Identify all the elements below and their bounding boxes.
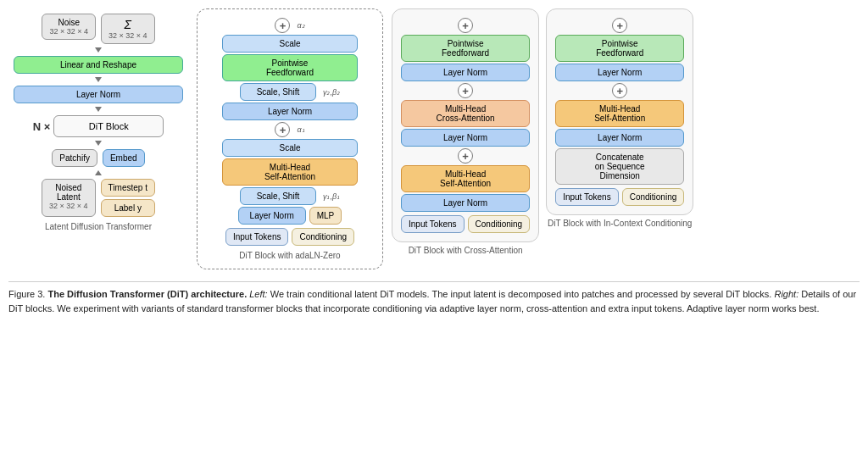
linear-reshape-box: Linear and Reshape	[14, 56, 183, 74]
embed-label: Embed	[110, 153, 137, 163]
adaln-input-tokens-label: Input Tokens	[233, 232, 281, 241]
scale-shift-top-box: Scale, Shift	[240, 83, 316, 101]
ca-conditioning-box: Conditioning	[468, 215, 531, 233]
ca-top-plus: +	[458, 18, 473, 33]
ca-ln3-box: Layer Norm	[401, 194, 530, 212]
pointwise-ff-label: Pointwise Feedforward	[266, 58, 314, 77]
sigma-box: Σ 32 × 32 × 4	[101, 14, 155, 44]
adaln-conditioning-box: Conditioning	[292, 228, 354, 246]
mhsa-label: Multi-Head Self-Attention	[264, 163, 315, 181]
ic-ln1-label: Layer Norm	[598, 68, 642, 77]
mhsa-box: Multi-Head Self-Attention	[222, 158, 358, 186]
linear-reshape-label: Linear and Reshape	[60, 60, 136, 69]
ca-ln2-box: Layer Norm	[401, 129, 530, 147]
n-dit-block: N × DiT Block	[33, 115, 164, 137]
ca-sa-box: Multi-Head Self-Attention	[401, 165, 530, 192]
caption-left-text: We train conditional latent DiT models. …	[270, 289, 772, 299]
sigma-size: 32 × 32 × 4	[108, 31, 147, 40]
adaln-bottom-row: Input Tokens Conditioning	[225, 228, 354, 246]
patchify-label: Patchify	[59, 153, 90, 163]
ca-conditioning-label: Conditioning	[476, 219, 523, 229]
arrow-up-noised	[95, 170, 102, 175]
label-y-label: Label y	[114, 203, 142, 213]
cross-attention-diagram: + Pointwise Feedforward Layer Norm + Mul…	[392, 8, 539, 242]
layer-norm-bot-box: Layer Norm	[238, 207, 306, 225]
timestep-label: Timestep t	[108, 183, 147, 192]
ca-cross-attn-label: Multi-Head Cross-Attention	[437, 104, 495, 123]
ca-ln1-box: Layer Norm	[401, 64, 530, 81]
scale-top-box: Scale	[222, 35, 358, 53]
ca-sa-label: Multi-Head Self-Attention	[440, 169, 491, 188]
scale-mid-label: Scale	[279, 143, 300, 153]
ic-input-tokens-label: Input Tokens	[563, 192, 611, 202]
diagrams-row: Noise 32 × 32 × 4 Σ 32 × 32 × 4 Linear a	[8, 8, 860, 269]
layer-norm-label: Layer Norm	[76, 90, 120, 99]
ldt-title: Latent Diffusion Transformer	[45, 222, 152, 231]
patchify-box: Patchify	[52, 149, 97, 167]
ic-pointwise-ff-label: Pointwise Feedforward	[596, 39, 643, 58]
noised-size: 32 × 32 × 4	[49, 202, 88, 210]
adaln-block: + α₂ Scale Pointwise Feedforward Scale, …	[222, 18, 358, 246]
ca-bot-plus: +	[458, 148, 473, 164]
scale-shift-bot-row: Scale, Shift γ₁,β₁	[240, 187, 340, 205]
ca-mid-plus: +	[458, 83, 473, 98]
top-plus-circle: +	[275, 18, 290, 33]
ic-sa-box: Multi-Head Self-Attention	[555, 100, 684, 127]
noised-row: Noised Latent 32 × 32 × 4 Timestep t Lab…	[42, 179, 155, 217]
ic-concat-box: Concatenate on Sequence Dimension	[555, 148, 684, 185]
ldt-inner: Noise 32 × 32 × 4 Σ 32 × 32 × 4 Linear a	[14, 14, 183, 217]
caption-left-label: Left:	[249, 289, 267, 299]
adaln-input-tokens-box: Input Tokens	[225, 228, 289, 246]
ic-ln2-label: Layer Norm	[598, 133, 642, 142]
pointwise-ff-box: Pointwise Feedforward	[222, 54, 358, 81]
noise-size: 32 × 32 × 4	[49, 27, 88, 36]
embed-box: Embed	[103, 149, 145, 167]
ln-mlp-row: Layer Norm MLP	[238, 207, 342, 225]
dit-block-label: DiT Block	[89, 121, 129, 131]
label-y-box: Label y	[101, 199, 155, 217]
ic-bottom-row: Input Tokens Conditioning	[555, 188, 684, 206]
scale-shift-top-row: Scale, Shift γ₂,β₂	[240, 83, 340, 101]
timestep-box: Timestep t	[101, 179, 155, 197]
mid-plus-circle: +	[275, 122, 290, 137]
ca-ln2-label: Layer Norm	[443, 133, 487, 142]
arrow-ln-to-dit	[95, 107, 102, 112]
ic-sa-label: Multi-Head Self-Attention	[594, 104, 645, 123]
mid-plus-row: + α₁	[275, 122, 304, 137]
ldt-section: Noise 32 × 32 × 4 Σ 32 × 32 × 4 Linear a	[8, 8, 188, 236]
in-context-diagram: + Pointwise Feedforward Layer Norm + Mul…	[546, 8, 693, 215]
sigma-label: Σ	[125, 18, 131, 31]
ic-concat-label: Concatenate on Sequence Dimension	[595, 153, 645, 180]
mlp-box: MLP	[309, 207, 342, 225]
ic-pointwise-ff-box: Pointwise Feedforward	[555, 35, 684, 62]
scale-shift-bot-box: Scale, Shift	[240, 187, 316, 205]
figure-caption: Figure 3. The Diffusion Transformer (DiT…	[8, 281, 860, 315]
adaln-conditioning-label: Conditioning	[299, 232, 347, 241]
caption-title-bold: The Diffusion Transformer (DiT) architec…	[47, 289, 247, 299]
patchify-embed-row: Patchify Embed	[52, 149, 144, 167]
noised-latent-label: Noised Latent	[55, 183, 81, 202]
noise-sigma-row: Noise 32 × 32 × 4 Σ 32 × 32 × 4	[42, 14, 154, 44]
ic-ln2-box: Layer Norm	[555, 129, 684, 147]
mlp-label: MLP	[317, 211, 335, 220]
gamma1-beta1-label: γ₁,β₁	[323, 192, 340, 201]
noised-latent-box: Noised Latent 32 × 32 × 4	[42, 179, 96, 217]
ca-bottom-row: Input Tokens Conditioning	[401, 215, 530, 233]
ca-pointwise-ff-box: Pointwise Feedforward	[401, 35, 530, 62]
dit-block-box: DiT Block	[53, 115, 164, 137]
layer-norm-bot-label: Layer Norm	[250, 211, 294, 220]
layer-norm-top-box: Layer Norm	[222, 103, 358, 120]
figure-num: Figure 3.	[8, 289, 45, 299]
ca-input-tokens-label: Input Tokens	[409, 219, 457, 229]
layer-norm-box: Layer Norm	[14, 86, 183, 103]
ca-ln1-label: Layer Norm	[443, 68, 487, 77]
adaln-section: + α₂ Scale Pointwise Feedforward Scale, …	[197, 8, 383, 269]
gamma2-beta2-label: γ₂,β₂	[323, 88, 340, 97]
alpha2-label: α₂	[297, 21, 304, 30]
scale-shift-top-label: Scale, Shift	[257, 87, 300, 97]
ic-title: DiT Block with In-Context Conditioning	[548, 219, 692, 228]
ca-title: DiT Block with Cross-Attention	[409, 246, 523, 255]
caption-right-label: Right:	[774, 289, 798, 299]
n-label: N ×	[33, 120, 51, 133]
scale-shift-bot-label: Scale, Shift	[257, 191, 300, 201]
